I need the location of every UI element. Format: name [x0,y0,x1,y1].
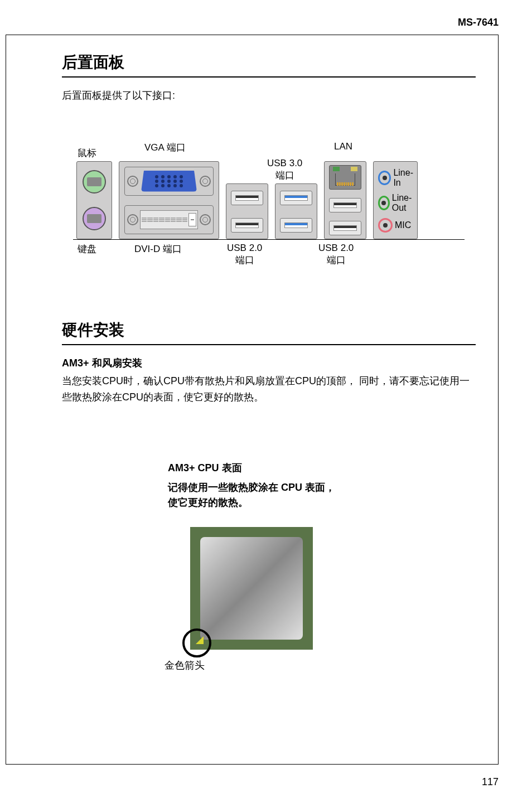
usb20-port [231,191,263,205]
label-vga: VGA 端口 [144,141,186,154]
usb20-port [329,198,361,212]
audio-block: Line-In Line-Out MIC [373,161,418,239]
label-mouse: 鼠标 [78,147,96,159]
label-lineout: Line-Out [392,193,417,213]
page-number: 117 [482,776,499,788]
cpu-title: AM3+ CPU 表面 [168,461,476,475]
label-usb20-text: USB 2.0 [318,243,354,253]
ps2-mouse-port [83,170,106,194]
am3-body: 当您安装CPU时，确认CPU带有散热片和风扇放置在CPU的顶部， 同时，请不要忘… [62,373,476,405]
label-usb20-sub: 端口 [327,255,346,265]
cpu-chip-illustration [190,527,313,650]
usb20-port [329,221,361,235]
usb30-port [280,191,312,205]
usb20-port [231,218,263,233]
section-hardware-title: 硬件安装 [62,320,476,345]
label-usb20-sub: 端口 [235,255,254,265]
ps2-keyboard-port [83,207,106,230]
cpu-note-line2: 使它更好的散热。 [168,497,248,508]
gold-arrow-label: 金色箭头 [165,659,476,672]
rear-panel-intro: 后置面板提供了以下接口: [62,89,476,102]
cpu-die [200,537,303,640]
rear-panel-diagram: 鼠标 VGA 端口 USB 3.0 端口 LAN [62,124,476,280]
vga-dvi-block [119,161,219,239]
mic-jack [378,218,393,233]
ps2-block [76,161,112,239]
lan-usb-block [324,161,366,239]
highlight-circle-icon [182,628,211,657]
cpu-section: AM3+ CPU 表面 记得使用一些散热胶涂在 CPU 表面， 使它更好的散热。… [168,461,476,672]
label-dvid: DVI-D 端口 [134,243,182,255]
section-rear-panel-title: 后置面板 [62,52,476,78]
cpu-note: 记得使用一些散热胶涂在 CPU 表面， 使它更好的散热。 [168,480,476,510]
dvid-port [124,205,214,234]
usb30-port [280,218,312,233]
label-linein: Line-In [393,168,417,188]
label-lan: LAN [334,141,352,152]
lan-port [329,165,361,190]
am3-subheading: AM3+ 和风扇安装 [62,356,476,370]
model-number: MS-7641 [458,17,499,28]
usb30-block [275,183,317,239]
cpu-note-line1: 记得使用一些散热胶涂在 CPU 表面， [168,482,335,493]
page-border: 后置面板 后置面板提供了以下接口: 鼠标 VGA 端口 USB 3.0 端口 L… [6,35,499,765]
vga-port [124,167,214,196]
label-usb20-1: USB 2.0 端口 [227,243,262,267]
label-usb20-2: USB 2.0 端口 [318,243,354,267]
label-mic: MIC [395,220,411,230]
label-keyboard: 键盘 [78,243,96,255]
line-out-jack [378,196,390,210]
label-usb20-text: USB 2.0 [227,243,262,253]
line-in-jack [378,171,391,185]
usb20-block-1 [226,183,268,239]
